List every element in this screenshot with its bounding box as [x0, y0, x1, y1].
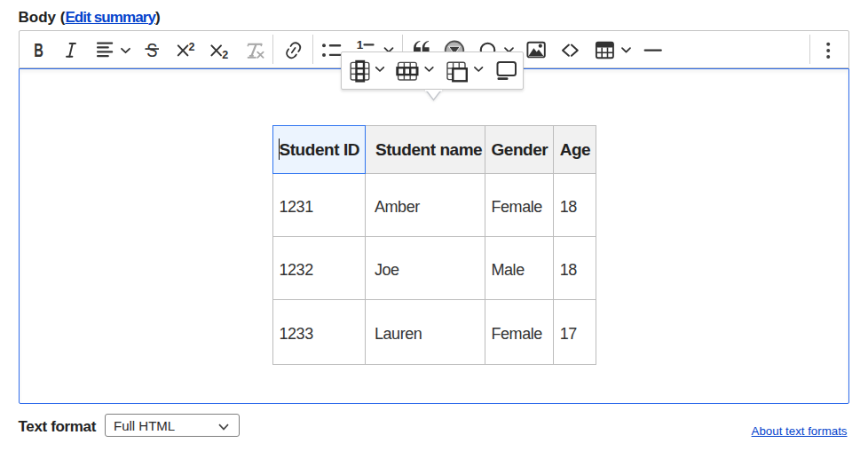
svg-text:B: B: [34, 40, 43, 61]
svg-text:S: S: [146, 40, 157, 61]
svg-text:1: 1: [357, 38, 364, 51]
svg-text:2: 2: [189, 41, 195, 53]
svg-text:2: 2: [222, 49, 228, 61]
